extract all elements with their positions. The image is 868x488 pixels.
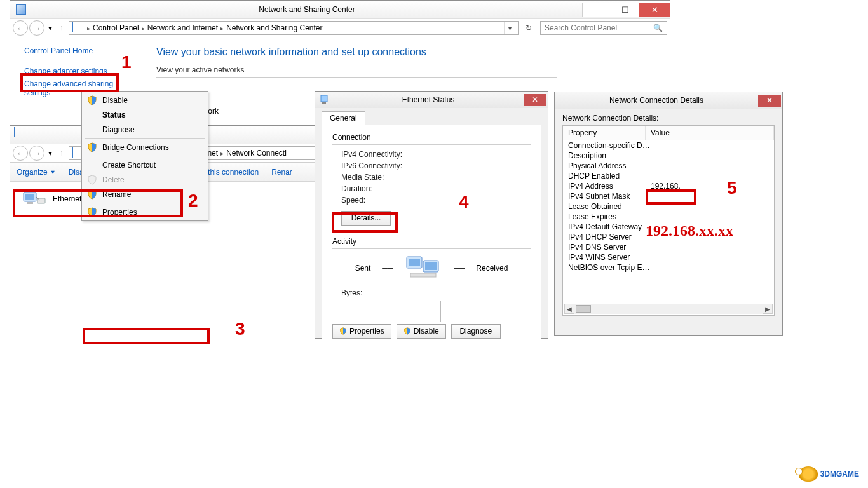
organize-menu[interactable]: Organize ▼ xyxy=(17,168,56,177)
titlebar[interactable]: Network Connection Details ✕ xyxy=(555,92,782,109)
ethernet-status-dialog: Ethernet Status ✕ General Connection IPv… xyxy=(315,91,548,339)
shield-icon xyxy=(87,207,97,217)
svg-rect-6 xyxy=(322,102,326,104)
scroll-right-arrow[interactable]: ▶ xyxy=(763,304,773,314)
close-button[interactable]: ✕ xyxy=(639,3,670,17)
bee-icon xyxy=(799,466,818,482)
property-cell: Description xyxy=(568,151,651,160)
control-panel-home-link[interactable]: Control Panel Home xyxy=(24,46,145,55)
list-row[interactable]: IPv4 WINS Server xyxy=(563,252,774,262)
up-button[interactable]: ↑ xyxy=(56,24,67,32)
value-cell xyxy=(651,161,769,170)
crumb[interactable]: Network and Internet xyxy=(147,24,218,32)
property-cell: IPv4 DHCP Server xyxy=(568,233,651,241)
close-button[interactable]: ✕ xyxy=(524,94,546,106)
bytes-label: Bytes: xyxy=(341,288,531,297)
property-cell: IPv4 Subnet Mask xyxy=(568,192,651,201)
ctx-status[interactable]: Status xyxy=(83,107,207,122)
sent-label: Sent xyxy=(355,264,371,273)
search-input[interactable]: Search Control Panel 🔍 xyxy=(540,21,667,35)
duration-label: Duration: xyxy=(341,184,531,193)
details-listview[interactable]: Property Value Connection-specific DN...… xyxy=(562,125,775,316)
value-cell xyxy=(651,172,769,180)
tab-bar: General xyxy=(322,111,541,125)
recent-dropdown[interactable]: ▾ xyxy=(46,149,55,158)
ctx-diagnose[interactable]: Diagnose xyxy=(83,122,207,137)
rename-button[interactable]: Renar xyxy=(271,168,292,177)
maximize-button[interactable]: ☐ xyxy=(611,3,639,17)
forward-button[interactable]: → xyxy=(29,146,44,161)
ipv6-connectivity-label: IPv6 Connectivity: xyxy=(341,161,531,170)
svg-rect-2 xyxy=(27,202,33,204)
svg-rect-1 xyxy=(25,194,34,200)
list-row[interactable]: IPv4 Subnet Mask xyxy=(563,191,774,201)
disable-button[interactable]: Disable xyxy=(397,324,446,339)
ctx-rename[interactable]: Rename xyxy=(83,187,207,201)
adapter-name: Ethernet xyxy=(53,194,81,203)
ctx-bridge[interactable]: Bridge Connections xyxy=(83,140,207,154)
property-cell: Lease Obtained xyxy=(568,202,651,211)
forward-button[interactable]: → xyxy=(29,20,44,36)
close-button[interactable]: ✕ xyxy=(758,95,781,107)
property-cell: Physical Address xyxy=(568,161,651,170)
horizontal-scrollbar[interactable]: ◀ ▶ xyxy=(564,304,773,314)
list-row[interactable]: Connection-specific DN... xyxy=(563,140,774,151)
scroll-left-arrow[interactable]: ◀ xyxy=(564,304,574,314)
svg-rect-5 xyxy=(321,95,327,102)
watermark-logo: 3DMGAME xyxy=(799,466,859,482)
value-cell xyxy=(651,263,769,272)
back-button[interactable]: ← xyxy=(13,20,28,36)
crumb[interactable]: Control Panel xyxy=(93,24,139,32)
titlebar[interactable]: Ethernet Status ✕ xyxy=(315,92,548,108)
window-controls: ☐ ✕ xyxy=(582,3,670,17)
ctx-disable[interactable]: Disable xyxy=(83,93,207,107)
col-property[interactable]: Property xyxy=(563,126,646,140)
list-row[interactable]: Description xyxy=(563,151,774,161)
nic-icon xyxy=(22,189,48,208)
property-cell: IPv4 Address xyxy=(568,182,651,191)
minimize-button[interactable] xyxy=(582,3,611,17)
diagnose-button[interactable]: Diagnose xyxy=(451,324,501,339)
change-adapter-settings-link[interactable]: Change adapter settings xyxy=(24,67,145,76)
shield-icon xyxy=(87,175,97,185)
refresh-button[interactable]: ↻ xyxy=(521,21,536,35)
shield-icon xyxy=(87,95,97,105)
dash-icon: ── xyxy=(454,264,465,273)
scroll-thumb[interactable] xyxy=(576,305,591,313)
ctx-properties[interactable]: Properties xyxy=(83,205,207,219)
tab-general[interactable]: General xyxy=(322,111,365,125)
crumb[interactable]: Network Connecti xyxy=(226,149,287,158)
property-cell: Connection-specific DN... xyxy=(568,141,651,150)
property-cell: IPv4 DNS Server xyxy=(568,243,651,252)
value-cell: 192.168. xyxy=(651,182,769,191)
titlebar[interactable]: Network and Sharing Center ☐ ✕ xyxy=(10,1,670,18)
list-row[interactable]: Physical Address xyxy=(563,161,774,171)
value-cell xyxy=(651,192,769,201)
separator xyxy=(440,301,441,322)
shield-icon xyxy=(87,189,97,200)
list-row[interactable]: IPv4 Address192.168. xyxy=(563,181,774,191)
search-icon: 🔍 xyxy=(653,24,663,32)
list-row[interactable]: NetBIOS over Tcpip En... xyxy=(563,262,774,273)
breadcrumb-bar[interactable]: ▸ Control Panel ▸ Network and Internet ▸… xyxy=(69,21,519,35)
property-cell: NetBIOS over Tcpip En... xyxy=(568,263,651,272)
address-bar: ← → ▾ ↑ ▸ Control Panel ▸ Network and In… xyxy=(10,18,670,37)
list-header: Property Value xyxy=(563,126,774,140)
list-row[interactable]: Lease Obtained xyxy=(563,201,774,212)
properties-button[interactable]: Properties xyxy=(332,324,391,339)
ctx-shortcut[interactable]: Create Shortcut xyxy=(83,158,207,172)
tab-content: Connection IPv4 Connectivity: IPv6 Conne… xyxy=(322,125,541,344)
col-value[interactable]: Value xyxy=(646,126,774,140)
recent-dropdown[interactable]: ▾ xyxy=(46,24,55,32)
value-cell xyxy=(651,151,769,160)
list-row[interactable]: IPv4 DNS Server xyxy=(563,242,774,252)
details-button[interactable]: Details... xyxy=(341,211,391,226)
back-button[interactable]: ← xyxy=(13,146,28,161)
list-row[interactable]: Lease Expires xyxy=(563,212,774,222)
property-cell: DHCP Enabled xyxy=(568,172,651,180)
value-cell xyxy=(651,141,769,150)
up-button[interactable]: ↑ xyxy=(56,149,67,158)
crumb[interactable]: Network and Sharing Center xyxy=(226,24,322,32)
app-icon xyxy=(14,3,28,17)
list-row[interactable]: DHCP Enabled xyxy=(563,171,774,181)
